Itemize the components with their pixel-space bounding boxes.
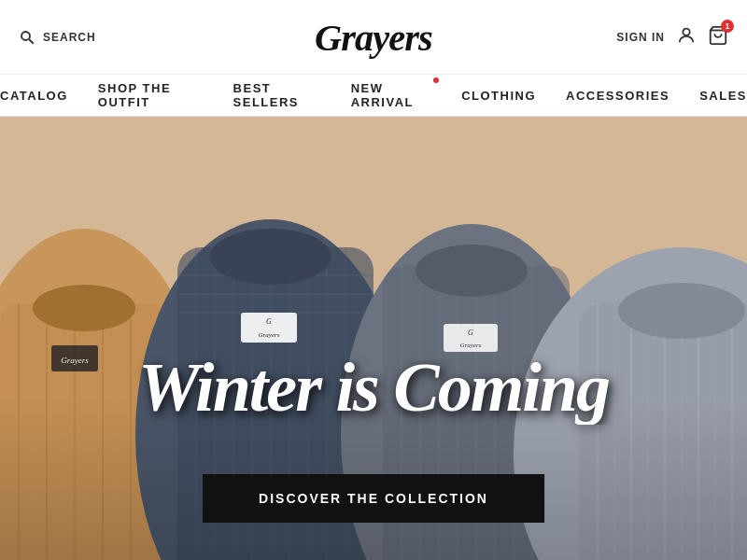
search-icon — [19, 29, 35, 46]
header-right: SIGN IN 1 — [616, 25, 728, 49]
nav-accessories[interactable]: ACCESSORIES — [566, 89, 669, 103]
search-area[interactable]: SEARCH — [19, 29, 96, 46]
svg-point-3 — [683, 28, 689, 35]
nav-sales[interactable]: SALES — [699, 89, 747, 103]
svg-text:Winter is Coming: Winter is Coming — [138, 349, 610, 425]
nav-new-arrival[interactable]: NEW ARRIVAL — [351, 81, 431, 109]
cart-badge: 1 — [721, 20, 734, 33]
logo-svg: Grayers — [288, 9, 458, 61]
hero-headline: Winter is Coming — [0, 341, 747, 439]
nav-catalog[interactable]: CATALOG — [0, 89, 68, 103]
svg-point-51 — [416, 245, 528, 297]
discover-collection-button[interactable]: DISCOVER THE COLLECTION — [203, 474, 544, 523]
cart-icon-wrap[interactable]: 1 — [708, 25, 728, 49]
svg-line-1 — [29, 39, 34, 44]
user-icon — [676, 25, 697, 46]
user-icon-wrap[interactable] — [676, 25, 697, 49]
svg-point-68 — [618, 283, 745, 339]
svg-point-36 — [210, 229, 331, 285]
main-nav: CATALOG SHOP THE OUTFIT BEST SELLERS NEW… — [0, 75, 747, 117]
svg-text:G: G — [266, 317, 272, 326]
signin-label[interactable]: SIGN IN — [616, 31, 665, 44]
search-label: SEARCH — [43, 31, 96, 44]
site-logo[interactable]: Grayers — [288, 9, 458, 64]
svg-point-18 — [33, 285, 135, 331]
cta-button-wrapper: DISCOVER THE COLLECTION — [203, 474, 544, 523]
svg-text:Grayers: Grayers — [315, 17, 432, 59]
nav-best-sellers[interactable]: BEST SELLERS — [233, 81, 321, 109]
site-header: SEARCH Grayers SIGN IN 1 — [0, 0, 747, 75]
svg-text:G: G — [468, 329, 473, 337]
nav-clothing[interactable]: CLOTHING — [461, 89, 536, 103]
svg-text:Grayers: Grayers — [259, 331, 280, 339]
hero-section: Grayers G Grayers — [0, 117, 747, 560]
svg-point-0 — [21, 32, 30, 40]
nav-shop-outfit[interactable]: SHOP THE OUTFIT — [98, 81, 204, 109]
